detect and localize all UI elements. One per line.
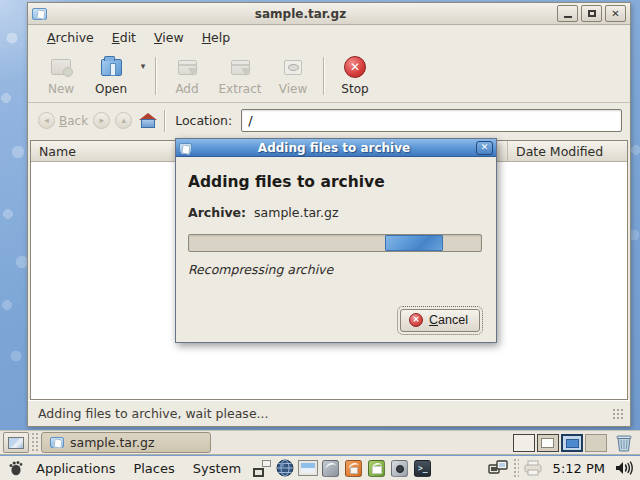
task-button[interactable]: sample.tar.gz bbox=[41, 432, 211, 453]
view-file-icon bbox=[284, 60, 302, 75]
new-label: New bbox=[48, 82, 74, 96]
menu-edit[interactable]: Edit bbox=[103, 27, 145, 48]
task-button-label: sample.tar.gz bbox=[70, 435, 154, 450]
launcher-web-browser[interactable] bbox=[274, 458, 295, 478]
progress-dialog: Adding files to archive ✕ Adding files t… bbox=[175, 138, 497, 343]
menu-archive[interactable]: Archive bbox=[38, 27, 103, 48]
cancel-icon: ✕ bbox=[409, 313, 423, 327]
close-button[interactable]: ✕ bbox=[605, 5, 626, 22]
main-menu-panel: Applications Places System bbox=[0, 456, 640, 480]
location-label: Location: bbox=[175, 113, 232, 128]
printer-icon bbox=[523, 460, 543, 476]
network-monitor-applet[interactable] bbox=[488, 458, 509, 478]
menu-view[interactable]: View bbox=[145, 27, 193, 48]
launcher-image-viewer[interactable] bbox=[297, 458, 318, 478]
workspace-3-active[interactable] bbox=[561, 434, 583, 452]
impress-icon bbox=[345, 460, 362, 477]
workspace-pager bbox=[513, 434, 607, 452]
add-files-icon bbox=[178, 60, 197, 75]
forward-button[interactable]: ▸ bbox=[93, 112, 110, 129]
open-button[interactable]: Open bbox=[86, 55, 136, 96]
menu-places[interactable]: Places bbox=[124, 461, 183, 476]
launcher-calc[interactable] bbox=[366, 458, 387, 478]
chevron-down-icon: ▾ bbox=[141, 61, 146, 71]
minimize-icon bbox=[564, 16, 572, 18]
panel-separator bbox=[513, 458, 519, 478]
archive-label: Archive: bbox=[188, 205, 246, 220]
volume-applet[interactable] bbox=[614, 458, 635, 478]
archive-line: Archive:sample.tar.gz bbox=[188, 205, 482, 220]
location-input[interactable] bbox=[241, 109, 622, 132]
cancel-button[interactable]: ✕ Cancel bbox=[400, 309, 480, 332]
toolbar: New Open ▾ Add Extract View bbox=[28, 49, 630, 103]
workspace-4[interactable] bbox=[585, 434, 607, 452]
stop-button[interactable]: ✕ Stop bbox=[330, 55, 380, 96]
add-button[interactable]: Add bbox=[162, 55, 212, 96]
dialog-close-button[interactable]: ✕ bbox=[476, 141, 493, 155]
terminal-icon: >_ bbox=[414, 460, 431, 477]
photo-icon bbox=[299, 461, 317, 475]
menubar: Archive Edit View Help bbox=[28, 25, 630, 49]
launcher-impress[interactable] bbox=[343, 458, 364, 478]
up-button[interactable]: ▴ bbox=[115, 112, 132, 129]
gnome-menu-button[interactable] bbox=[5, 458, 26, 478]
menu-applications[interactable]: Applications bbox=[27, 461, 124, 476]
stop-label: Stop bbox=[341, 82, 368, 96]
speaker-icon bbox=[615, 460, 635, 476]
new-button[interactable]: New bbox=[36, 55, 86, 96]
view-label: View bbox=[279, 82, 307, 96]
dialog-titlebar[interactable]: Adding files to archive ✕ bbox=[176, 139, 496, 157]
view-button[interactable]: View bbox=[268, 55, 318, 96]
workspace-1[interactable] bbox=[513, 434, 535, 452]
stop-icon: ✕ bbox=[344, 56, 366, 78]
menu-system[interactable]: System bbox=[184, 461, 250, 476]
home-button[interactable] bbox=[139, 113, 157, 128]
trash-icon bbox=[615, 433, 633, 452]
add-label: Add bbox=[175, 82, 198, 96]
close-icon: ✕ bbox=[611, 9, 619, 19]
trash-applet[interactable] bbox=[615, 433, 633, 452]
show-desktop-button[interactable] bbox=[3, 432, 29, 453]
clock[interactable]: 5:12 PM bbox=[545, 461, 613, 476]
open-dropdown-button[interactable]: ▾ bbox=[136, 61, 150, 71]
toolbar-separator bbox=[323, 57, 325, 95]
cancel-label: Cancel bbox=[429, 313, 468, 327]
extract-label: Extract bbox=[219, 82, 262, 96]
window-titlebar[interactable]: sample.tar.gz ✕ bbox=[28, 3, 630, 25]
open-label: Open bbox=[95, 82, 127, 96]
network-icon bbox=[488, 460, 508, 477]
column-header-date-modified[interactable]: Date Modified bbox=[508, 141, 627, 162]
writer-icon bbox=[322, 460, 339, 477]
workspace-2[interactable] bbox=[537, 434, 559, 452]
extract-button[interactable]: Extract bbox=[212, 55, 268, 96]
location-separator bbox=[164, 110, 166, 132]
panel-drag-handle[interactable] bbox=[31, 432, 39, 453]
maximize-icon bbox=[588, 10, 596, 17]
desktop-thumbnail-icon bbox=[8, 437, 24, 449]
launcher-terminal[interactable]: >_ bbox=[412, 458, 433, 478]
back-button[interactable]: ◂ Back bbox=[38, 112, 88, 129]
progress-pulse bbox=[385, 235, 443, 251]
extract-icon bbox=[231, 60, 250, 75]
back-label: Back bbox=[59, 114, 88, 128]
launcher-screenshot[interactable] bbox=[389, 458, 410, 478]
camera-icon bbox=[391, 460, 408, 477]
maximize-button[interactable] bbox=[581, 5, 602, 22]
statusbar-text: Adding files to archive, wait please... bbox=[38, 406, 269, 421]
calc-icon bbox=[368, 460, 385, 477]
desktop-background: sample.tar.gz ✕ Archive Edit View Help N… bbox=[0, 0, 640, 480]
menu-help[interactable]: Help bbox=[193, 27, 240, 48]
window-list-panel: sample.tar.gz bbox=[0, 430, 640, 455]
resize-grip[interactable] bbox=[612, 408, 624, 420]
launcher-writer[interactable] bbox=[320, 458, 341, 478]
launcher-window-layout[interactable] bbox=[251, 458, 272, 478]
minimize-button[interactable] bbox=[557, 5, 578, 22]
archive-app-icon bbox=[32, 8, 47, 20]
printer-applet[interactable] bbox=[523, 458, 544, 478]
archive-name: sample.tar.gz bbox=[254, 205, 338, 220]
back-icon: ◂ bbox=[38, 112, 55, 129]
dialog-title: Adding files to archive bbox=[192, 141, 476, 155]
close-icon: ✕ bbox=[481, 143, 489, 152]
archive-task-icon bbox=[50, 437, 64, 448]
dialog-button-row: ✕ Cancel bbox=[188, 309, 482, 332]
